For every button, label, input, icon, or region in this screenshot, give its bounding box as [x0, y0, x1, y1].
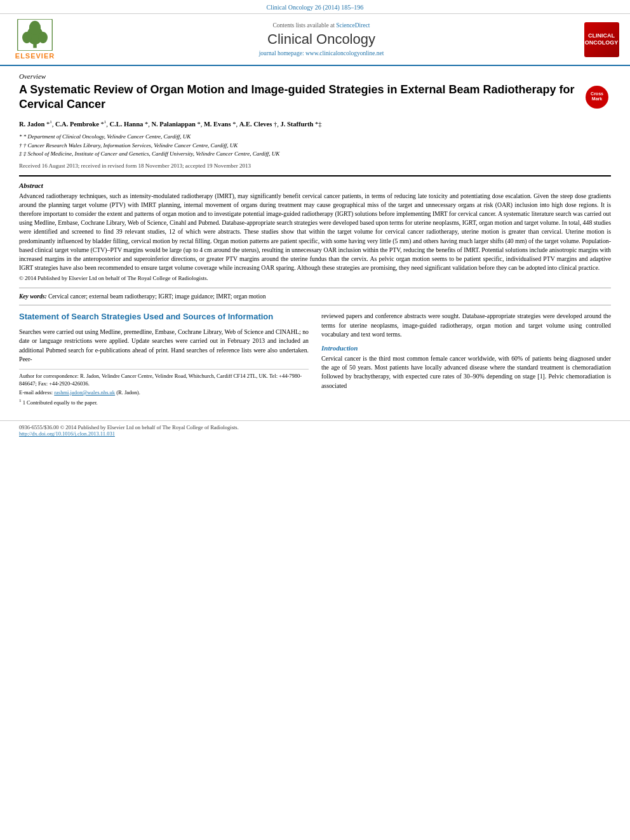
footnote-email: E-mail address: rashmi.jadon@wales.nhs.u… — [19, 389, 309, 397]
sciencedirect-label: Contents lists available at ScienceDirec… — [70, 22, 573, 29]
keywords-section: Key words: Cervical cancer; external bea… — [19, 293, 611, 300]
sciencedirect-link[interactable]: ScienceDirect — [336, 22, 370, 29]
journal-logo-right: CLINICAL ONCOLOGY — [579, 22, 624, 57]
svg-point-4 — [29, 21, 41, 35]
authors-line: R. Jadon *1, C.A. Pembroke *1, C.L. Hann… — [19, 119, 611, 129]
received-line: Received 16 August 2013; received in rev… — [19, 163, 611, 169]
overview-tag: Overview — [19, 72, 611, 80]
doi-link[interactable]: http://dx.doi.org/10.1016/j.clon.2013.11… — [19, 430, 611, 437]
journal-title: Clinical Oncology — [70, 31, 573, 48]
footnote-email-label: E-mail address: — [19, 389, 53, 396]
section2-heading: Introduction — [321, 344, 611, 352]
co-logo-box: CLINICAL ONCOLOGY — [584, 22, 619, 57]
svg-text:Mark: Mark — [592, 97, 602, 101]
journal-homepage: journal homepage: www.clinicaloncologyon… — [70, 50, 573, 57]
keywords-divider — [19, 305, 611, 305]
article-title-block: A Systematic Review of Organ Motion and … — [19, 83, 611, 112]
crossmark-icon[interactable]: Cross Mark — [586, 86, 608, 109]
left-column: Statement of Search Strategies Used and … — [19, 312, 309, 408]
footnote-email-name: (R. Jadon). — [116, 389, 140, 396]
section1-col1-para1: Searches were carried out using Medline,… — [19, 328, 309, 364]
footnote-email-address[interactable]: rashmi.jadon@wales.nhs.uk — [54, 389, 115, 396]
top-bar: Clinical Oncology 26 (2014) 185–196 — [0, 0, 630, 14]
footnote-correspondence: Author for correspondence: R. Jadon, Vel… — [19, 373, 309, 388]
section2-col2-para1: Cervical cancer is the third most common… — [321, 354, 611, 390]
co-logo-line2: ONCOLOGY — [585, 39, 619, 46]
affiliation-2: † † Cancer Research Wales Library, Infor… — [19, 142, 611, 150]
svg-point-2 — [22, 32, 32, 43]
abstract-text: Advanced radiotherapy techniques, such a… — [19, 192, 611, 273]
co-logo-line1: CLINICAL — [585, 32, 619, 39]
journal-citation: Clinical Oncology 26 (2014) 185–196 — [267, 4, 364, 11]
bottom-bar: 0936-6555/$36.00 © 2014 Published by Els… — [0, 420, 630, 440]
abstract-section: Abstract Advanced radiotherapy technique… — [19, 182, 611, 282]
keywords-label: Key words: — [19, 293, 47, 300]
keywords-text: Cervical cancer; external beam radiother… — [48, 293, 266, 300]
footnote-area: Author for correspondence: R. Jadon, Vel… — [19, 369, 309, 406]
section1-col2-para1: reviewed papers and conference abstracts… — [321, 312, 611, 339]
affiliation-1: * * Department of Clinical Oncology, Vel… — [19, 133, 611, 142]
mid-divider — [19, 288, 611, 288]
svg-text:Cross: Cross — [591, 91, 603, 96]
svg-point-3 — [38, 32, 48, 43]
journal-center: Contents lists available at ScienceDirec… — [70, 22, 573, 57]
affiliation-3: ‡ ‡ School of Medicine, Institute of Can… — [19, 150, 611, 159]
crossmark-badge[interactable]: Cross Mark — [586, 86, 611, 111]
elsevier-logo: ELSEVIER — [6, 19, 64, 60]
elsevier-name-text: ELSEVIER — [15, 52, 55, 60]
issn-text: 0936-6555/$36.00 © 2014 Published by Els… — [19, 424, 611, 430]
body-two-col: Statement of Search Strategies Used and … — [19, 312, 611, 408]
copyright-line: © 2014 Published by Elsevier Ltd on beha… — [19, 275, 611, 281]
elsevier-tree-icon — [16, 19, 54, 51]
right-column: reviewed papers and conference abstracts… — [321, 312, 611, 408]
top-divider — [19, 175, 611, 177]
article-title-text: A Systematic Review of Organ Motion and … — [19, 83, 579, 112]
affiliations: * * Department of Clinical Oncology, Vel… — [19, 133, 611, 159]
journal-header: ELSEVIER Contents lists available at Sci… — [0, 14, 630, 66]
main-content: Overview A Systematic Review of Organ Mo… — [0, 66, 630, 414]
footnote-contributed: 1 1 Contributed equally to the paper. — [19, 398, 309, 407]
abstract-heading: Abstract — [19, 182, 611, 189]
section1-heading: Statement of Search Strategies Used and … — [19, 312, 309, 323]
